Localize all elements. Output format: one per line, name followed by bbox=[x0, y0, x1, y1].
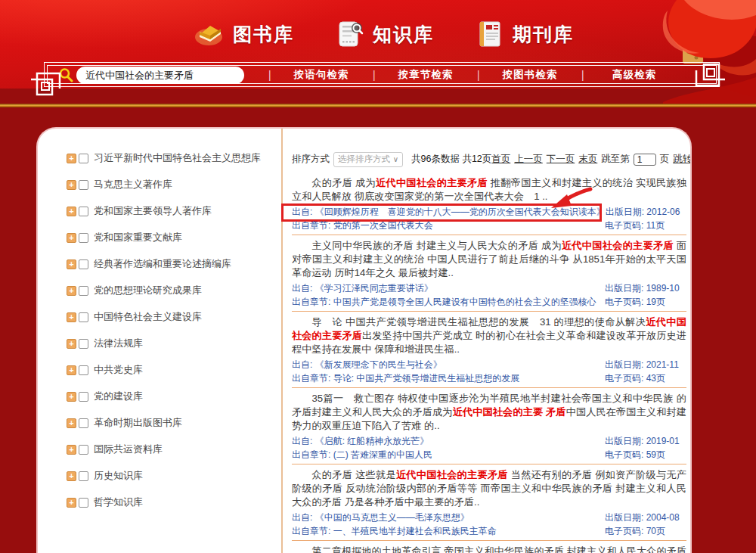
expand-plus-icon[interactable]: + bbox=[67, 312, 76, 322]
sidebar-item[interactable]: +革命时期出版图书库 bbox=[67, 416, 278, 430]
nav-knowledge-library[interactable]: 知识库 bbox=[335, 19, 434, 49]
category-checkbox[interactable] bbox=[79, 259, 88, 269]
category-checkbox[interactable] bbox=[79, 471, 88, 481]
jump-prefix-label: 跳至第 bbox=[601, 153, 630, 166]
mode-advanced-search[interactable]: 高级检索 bbox=[583, 68, 686, 82]
sidebar-item[interactable]: +中国特色社会主义建设库 bbox=[67, 310, 278, 324]
result-chapter-link[interactable]: 党的第一次全国代表大会 bbox=[330, 220, 432, 231]
nav-journal-library[interactable]: 期刊库 bbox=[475, 19, 574, 49]
sidebar-item[interactable]: +中共党史库 bbox=[67, 363, 278, 377]
category-label[interactable]: 革命时期出版图书库 bbox=[94, 416, 182, 430]
search-result: 导 论 中国共产党领导增进民生福祉思想的发展 31 的理想的使命从解决近代中国社… bbox=[292, 315, 686, 388]
result-source-link[interactable]: 《学习江泽民同志重要讲话》 bbox=[312, 283, 432, 294]
sidebar-item[interactable]: +党和国家重要文献库 bbox=[67, 231, 278, 244]
sidebar-item[interactable]: +哲学知识库 bbox=[67, 496, 278, 509]
category-label[interactable]: 党的建设库 bbox=[94, 390, 143, 403]
category-checkbox[interactable] bbox=[79, 445, 88, 455]
category-checkbox[interactable] bbox=[79, 392, 88, 402]
category-label[interactable]: 法律法规库 bbox=[94, 337, 143, 350]
expand-plus-icon[interactable]: + bbox=[67, 233, 76, 243]
category-label[interactable]: 中共党史库 bbox=[94, 363, 143, 377]
result-chapter-link[interactable]: (二) 苦难深重的中国人民 bbox=[330, 449, 432, 460]
expand-plus-icon[interactable]: + bbox=[67, 392, 76, 402]
result-meta-row: 出自: 《启航: 红船精神永放光芒》出版日期: 2019-01 bbox=[292, 434, 686, 448]
pagination-next[interactable]: 下一页 bbox=[547, 153, 575, 166]
result-source-link[interactable]: 《回顾辉煌历程 喜迎党的十八大——党的历次全国代表大会知识读本》 bbox=[312, 207, 605, 217]
page-number-input[interactable] bbox=[634, 154, 656, 166]
category-label[interactable]: 中国特色社会主义建设库 bbox=[94, 310, 202, 324]
sidebar-item[interactable]: +党的建设库 bbox=[67, 390, 278, 403]
category-label[interactable]: 哲学知识库 bbox=[94, 496, 143, 509]
category-label[interactable]: 党的思想理论研究成果库 bbox=[94, 284, 202, 297]
mode-sentence-search[interactable]: 按语句检索 bbox=[270, 68, 373, 82]
expand-plus-icon[interactable]: + bbox=[67, 207, 76, 216]
pagination-jump[interactable]: 跳转 bbox=[673, 153, 692, 166]
expand-plus-icon[interactable]: + bbox=[67, 339, 76, 349]
expand-plus-icon[interactable]: + bbox=[67, 498, 76, 508]
category-checkbox[interactable] bbox=[79, 312, 88, 322]
sidebar-item[interactable]: +习近平新时代中国特色社会主义思想库 bbox=[67, 151, 278, 165]
pagination: 首页 上一页 下一页 末页 跳至第 页 跳转 bbox=[491, 153, 692, 166]
pagination-first[interactable]: 首页 bbox=[491, 153, 510, 166]
expand-plus-icon[interactable]: + bbox=[67, 180, 76, 190]
sidebar-item[interactable]: +法律法规库 bbox=[67, 337, 278, 350]
meta-value: 11页 bbox=[643, 220, 665, 231]
category-label[interactable]: 经典著作选编和重要论述摘编库 bbox=[94, 257, 231, 271]
category-label[interactable]: 马克思主义著作库 bbox=[94, 178, 172, 191]
sort-label: 排序方式 bbox=[292, 153, 330, 166]
expand-plus-icon[interactable]: + bbox=[67, 418, 76, 428]
pagination-prev[interactable]: 上一页 bbox=[514, 153, 543, 166]
result-source-link[interactable]: 《中国的马克思主义——毛泽东思想》 bbox=[312, 512, 469, 523]
search-input[interactable] bbox=[85, 70, 235, 81]
category-checkbox[interactable] bbox=[79, 233, 88, 243]
page: 图书库 知识库 bbox=[0, 0, 756, 553]
category-checkbox[interactable] bbox=[79, 207, 88, 216]
category-label[interactable]: 党和国家主要领导人著作库 bbox=[94, 204, 212, 218]
sidebar-item[interactable]: +国际共运资料库 bbox=[67, 443, 278, 456]
category-label[interactable]: 习近平新时代中国特色社会主义思想库 bbox=[94, 151, 261, 165]
nav-book-library[interactable]: 图书库 bbox=[194, 19, 294, 49]
category-checkbox[interactable] bbox=[79, 418, 88, 428]
nav-journal-library-label: 期刊库 bbox=[513, 22, 574, 47]
result-chapter-link[interactable]: 中国共产党是领导全国人民建设有中国特色的社会主义的坚强核心 bbox=[330, 297, 596, 307]
result-snippet: 主义同中华民族的矛盾 封建主义与人民大众的矛盾 成为近代中国社会的主要矛盾 面对… bbox=[292, 239, 686, 280]
sidebar-item[interactable]: +马克思主义著作库 bbox=[67, 178, 278, 191]
expand-plus-icon[interactable]: + bbox=[67, 259, 76, 269]
sidebar-item[interactable]: +党的思想理论研究成果库 bbox=[67, 284, 278, 297]
search-result: 主义同中华民族的矛盾 封建主义与人民大众的矛盾 成为近代中国社会的主要矛盾 面对… bbox=[292, 239, 686, 312]
category-label[interactable]: 党和国家重要文献库 bbox=[94, 231, 182, 244]
jump-suffix-label: 页 bbox=[660, 153, 670, 166]
sort-select[interactable]: 选择排序方式 ∨ bbox=[333, 152, 403, 167]
expand-plus-icon[interactable]: + bbox=[67, 365, 76, 375]
expand-plus-icon[interactable]: + bbox=[67, 286, 76, 296]
mode-chapter-search[interactable]: 按章节检索 bbox=[374, 68, 477, 82]
result-chapter-link[interactable]: 一、半殖民地半封建社会和民族民主革命 bbox=[330, 526, 496, 536]
expand-plus-icon[interactable]: + bbox=[67, 471, 76, 481]
category-checkbox[interactable] bbox=[79, 365, 88, 375]
expand-plus-icon[interactable]: + bbox=[67, 154, 76, 163]
category-checkbox[interactable] bbox=[79, 286, 88, 296]
result-separator bbox=[292, 464, 686, 464]
pagination-last[interactable]: 末页 bbox=[578, 153, 597, 166]
category-label[interactable]: 历史知识库 bbox=[94, 469, 143, 483]
sidebar-item[interactable]: +经典著作选编和重要论述摘编库 bbox=[67, 257, 278, 271]
mode-book-search[interactable]: 按图书检索 bbox=[479, 68, 581, 82]
result-meta-row: 出自: 《回顾辉煌历程 喜迎党的十八大——党的历次全国代表大会知识读本》出版日期… bbox=[292, 205, 686, 219]
sidebar-item[interactable]: +党和国家主要领导人著作库 bbox=[67, 204, 278, 218]
category-checkbox[interactable] bbox=[79, 339, 88, 349]
result-source-link[interactable]: 《启航: 红船精神永放光芒》 bbox=[312, 436, 429, 446]
category-checkbox[interactable] bbox=[79, 180, 88, 190]
category-label[interactable]: 国际共运资料库 bbox=[94, 443, 163, 456]
knowledge-icon bbox=[335, 19, 365, 49]
sidebar-item[interactable]: +历史知识库 bbox=[67, 469, 278, 483]
meta-label: 电子页码: bbox=[605, 297, 643, 307]
result-separator bbox=[292, 540, 686, 541]
category-checkbox[interactable] bbox=[79, 498, 88, 508]
expand-plus-icon[interactable]: + bbox=[67, 445, 76, 455]
result-chapter-link[interactable]: 导论: 中国共产党领导增进民生福祉思想的发展 bbox=[330, 373, 519, 384]
search-result: 35篇一 救亡图存 特权使中国逐步沦为半殖民地半封建社会帝国主义和中华民族 的矛… bbox=[292, 392, 686, 464]
category-checkbox[interactable] bbox=[79, 154, 88, 163]
result-source-link[interactable]: 《新发展理念下的民生与社会》 bbox=[312, 359, 442, 370]
meta-label: 电子页码: bbox=[605, 526, 643, 536]
meta-label: 出版日期: bbox=[605, 436, 643, 446]
